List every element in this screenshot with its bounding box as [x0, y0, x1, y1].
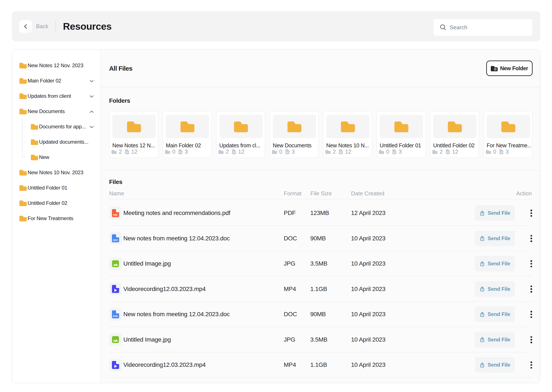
svg-text:DOC: DOC	[113, 315, 118, 317]
svg-text:DOC: DOC	[113, 239, 118, 241]
svg-text:PDF: PDF	[113, 214, 118, 216]
